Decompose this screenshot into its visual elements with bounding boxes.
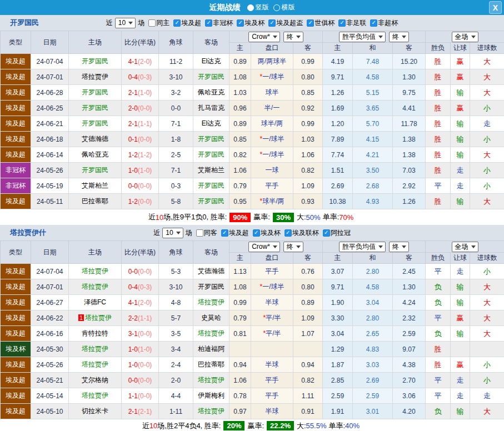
result-goals: 大 [470, 85, 504, 101]
odds-company-select[interactable]: Crow* [248, 242, 280, 252]
team-filter-bar: 开罗国民 近 10 场 同主 ✓埃及超✓非冠杯✓埃及杯✓埃及超盃✓世俱杯✓非足联… [0, 15, 504, 31]
half-time-score: (2-0) [138, 58, 152, 66]
away-odds: 0.82 [293, 163, 323, 178]
league-type-badge: 埃及超 [1, 310, 31, 326]
half-time-score: (0-0) [138, 268, 152, 275]
home-odds: 1.08 [229, 69, 251, 85]
handicap-line: *平/半 [251, 310, 293, 326]
avg-away-odds: 2.32 [393, 310, 426, 326]
score-cell: 1-0(1-0) [122, 163, 159, 178]
handicap-line: *一/球半 [251, 69, 293, 85]
league-filter-item[interactable]: ✓埃及杯 [237, 18, 265, 28]
league-filter-item[interactable]: ✓阿拉冠 [323, 228, 351, 238]
home-team: 肯特拉特 [69, 326, 122, 342]
avg-draw-odds: 2.80 [353, 310, 393, 326]
league-filter-item[interactable]: ✓非冠杯 [205, 18, 233, 28]
chevron-down-icon [378, 245, 383, 248]
result-scope-select[interactable]: 全场 [452, 32, 478, 42]
home-team-name: 肯特拉特 [82, 329, 108, 337]
handicap-line: *一/球半 [251, 279, 293, 295]
avg-time-select[interactable]: 终 [389, 242, 409, 252]
layout-option-horizontal[interactable]: 横版 [273, 3, 295, 12]
result-scope-select[interactable]: 全场 [452, 242, 478, 252]
away-team: 塔拉贾伊 [193, 373, 229, 388]
league-type-badge: 埃及超 [1, 326, 31, 342]
avg-home-odds: 1.20 [323, 116, 353, 132]
avg-away-odds: 1.26 [393, 194, 426, 209]
match-row: 埃及超24-06-18艾德瀚德0-1(0-0)1-8开罗国民0.85*一/球半1… [1, 132, 504, 147]
avg-time-select[interactable]: 终 [389, 32, 409, 42]
score-cell: 2-2(1-1) [122, 310, 159, 326]
away-team: 柏迪福阿 [193, 342, 229, 357]
match-date: 24-06-25 [31, 101, 69, 116]
same-away-filter[interactable]: 同客 [196, 228, 217, 238]
checkbox-checked-icon: ✓ [323, 229, 330, 237]
avg-home-odds: 9.71 [323, 279, 353, 295]
avg-odds-select[interactable]: 胜平负均值 [339, 32, 386, 42]
match-date: 24-07-01 [31, 69, 69, 85]
away-odds: 0.80 [293, 279, 323, 295]
away-team-name: 艾德瀚德 [198, 267, 224, 275]
result-goals: 小 [470, 178, 504, 194]
league-type-badge: 非冠杯 [1, 163, 31, 178]
full-time-score: 2-1 [128, 408, 138, 415]
odds-time-select[interactable]: 终 [283, 32, 303, 42]
half-time-score: (0-0) [138, 330, 152, 338]
result-wdl: 负 [426, 295, 451, 310]
away-team-name: 塔拉贾伊 [198, 329, 224, 337]
avg-away-odds: 1.38 [393, 132, 426, 147]
league-filter-item[interactable]: ✓埃及超 [221, 228, 249, 238]
avg-odds-select[interactable]: 胜平负均值 [339, 242, 386, 252]
close-icon[interactable]: X [489, 1, 502, 14]
league-filter-item[interactable]: ✓埃及联杯 [285, 228, 319, 238]
away-team: El达克 [193, 54, 229, 69]
league-filter-label: 埃及联杯 [292, 228, 319, 238]
league-type-badge: 埃及超 [1, 54, 31, 69]
odds-time-select[interactable]: 终 [283, 242, 303, 252]
league-filter-item[interactable]: ✓非足联 [338, 18, 366, 28]
handicap-line: 半球 [251, 295, 293, 310]
star-marker: * [260, 197, 262, 205]
full-time-score: 3-1 [128, 330, 138, 338]
away-team-name: 开罗国民 [198, 135, 224, 143]
col-header-wdl: 胜负 [426, 43, 451, 54]
away-odds [293, 342, 323, 357]
games-count-select[interactable]: 10 [115, 18, 136, 28]
avg-home-odds: 7.74 [323, 147, 353, 163]
match-date: 24-06-21 [31, 116, 69, 132]
odds-group-header: Crow* 终 [229, 31, 323, 43]
avg-home-odds: 1.51 [323, 163, 353, 178]
same-home-filter[interactable]: 同主 [148, 18, 169, 28]
result-handicap: 走 [451, 178, 470, 194]
star-marker: * [263, 329, 266, 337]
result-goals: 小 [470, 132, 504, 147]
league-filter-item[interactable]: ✓世俱杯 [307, 18, 335, 28]
home-team: 巴拉蒂耶 [69, 194, 122, 209]
result-handicap: 输 [451, 147, 470, 163]
match-row: 埃及超24-05-11巴拉蒂耶1-2(0-0)5-8开罗国民0.95*球半/两0… [1, 194, 504, 209]
odds-group-header: Crow* 终 [229, 241, 323, 253]
result-wdl: 胜 [426, 101, 451, 116]
result-goals: 大 [470, 310, 504, 326]
avg-draw-odds: 3.03 [353, 357, 393, 373]
games-count-select[interactable]: 10 [162, 228, 183, 238]
avg-away-odds: 2.59 [393, 326, 426, 342]
avg-draw-odds: 2.69 [353, 373, 393, 388]
avg-draw-odds: 4.83 [353, 342, 393, 357]
league-filter-item[interactable]: ✓非超杯 [370, 18, 398, 28]
full-time-score: 0-0 [128, 182, 138, 190]
league-filter-item[interactable]: ✓埃及超 [173, 18, 201, 28]
league-filter-item[interactable]: ✓埃及超盃 [268, 18, 303, 28]
odds-company-select[interactable]: Crow* [248, 32, 280, 42]
match-date: 24-06-27 [31, 295, 69, 310]
result-handicap: 走 [451, 373, 470, 388]
avg-home-odds: 3.30 [323, 310, 353, 326]
corner-score: 5-7 [159, 310, 193, 326]
win-rate-badge: 20% [223, 421, 244, 430]
layout-option-vertical[interactable]: 竖版 [247, 3, 269, 12]
home-odds: 0.95 [229, 194, 251, 209]
league-filter-item[interactable]: ✓埃及杯 [253, 228, 281, 238]
away-team-name: 开罗国民 [198, 151, 224, 158]
away-team: 开罗国民 [193, 194, 229, 209]
score-cell: 2-1(1-1) [122, 116, 159, 132]
